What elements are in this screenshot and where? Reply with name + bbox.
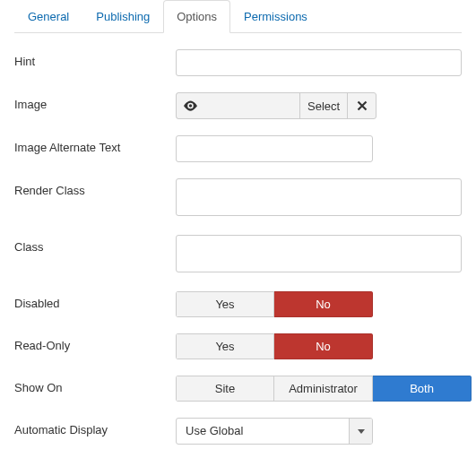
hint-input[interactable]: [176, 49, 462, 76]
class-label: Class: [14, 235, 176, 254]
autodisplay-label: Automatic Display: [14, 418, 176, 436]
image-label: Image: [14, 92, 176, 111]
tab-options[interactable]: Options: [163, 0, 230, 33]
tab-permissions[interactable]: Permissions: [230, 0, 321, 33]
image-path-display: [204, 92, 299, 119]
eye-icon[interactable]: [176, 92, 204, 119]
showon-both-button[interactable]: Both: [373, 376, 472, 402]
tab-bar: General Publishing Options Permissions: [14, 0, 462, 33]
chevron-down-icon: [349, 419, 372, 444]
readonly-yes-button[interactable]: Yes: [176, 333, 274, 359]
showon-label: Show On: [14, 376, 176, 394]
render-class-label: Render Class: [14, 178, 176, 197]
readonly-no-button[interactable]: No: [274, 333, 373, 359]
close-icon[interactable]: [348, 92, 376, 119]
disabled-yes-button[interactable]: Yes: [176, 291, 274, 317]
readonly-toggle: Yes No: [176, 333, 373, 359]
image-alt-input[interactable]: [176, 135, 373, 162]
image-alt-label: Image Alternate Text: [14, 135, 176, 154]
class-input[interactable]: [176, 235, 462, 272]
showon-admin-button[interactable]: Administrator: [274, 376, 373, 402]
svg-point-0: [189, 104, 192, 107]
disabled-toggle: Yes No: [176, 291, 373, 317]
showon-site-button[interactable]: Site: [176, 376, 274, 402]
autodisplay-value: Use Global: [177, 419, 349, 444]
tab-general[interactable]: General: [14, 0, 82, 33]
disabled-no-button[interactable]: No: [274, 291, 373, 317]
hint-label: Hint: [14, 49, 176, 68]
showon-toggle: Site Administrator Both: [176, 376, 472, 402]
image-select-button[interactable]: Select: [299, 92, 348, 119]
render-class-input[interactable]: [176, 178, 462, 216]
image-picker: Select: [176, 92, 376, 119]
autodisplay-select[interactable]: Use Global: [176, 418, 373, 445]
readonly-label: Read-Only: [14, 333, 176, 352]
tab-publishing[interactable]: Publishing: [82, 0, 163, 33]
disabled-label: Disabled: [14, 291, 176, 310]
